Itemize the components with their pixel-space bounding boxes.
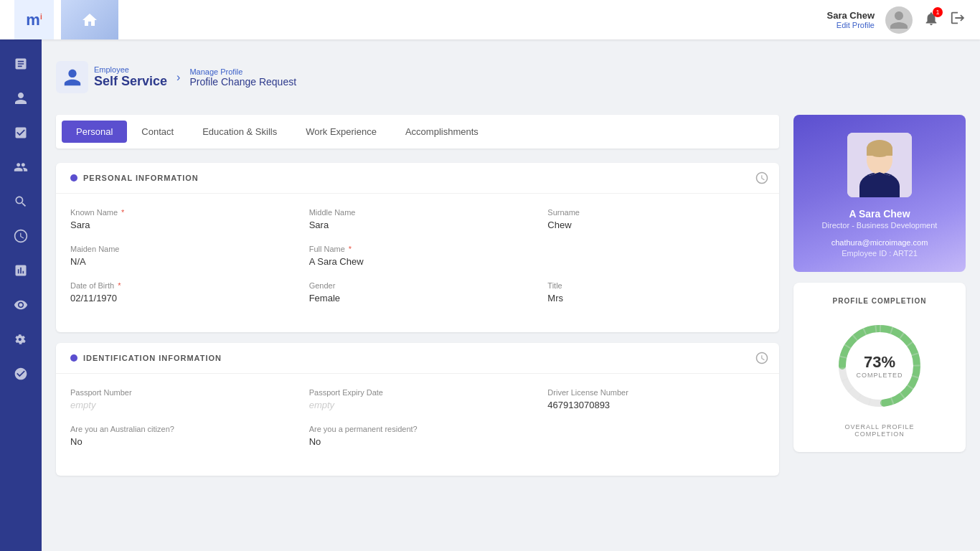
content-layout: Personal Contact Education & Skills Work… (56, 115, 966, 486)
completion-card: PROFILE COMPLETION 73% COMPLETED (793, 283, 966, 452)
known-name-label: Known Name * (70, 208, 288, 217)
profile-empid: Employee ID : ART21 (793, 249, 966, 258)
history-clock-identification[interactable] (755, 352, 768, 367)
breadcrumb-arrow: › (176, 71, 180, 84)
identification-row-1: Passport Number empty Passport Expiry Da… (70, 388, 765, 410)
completion-title: PROFILE COMPLETION (808, 297, 951, 305)
avatar[interactable] (885, 6, 913, 34)
middle-name-label: Middle Name (309, 208, 527, 217)
sidebar-item-clock[interactable] (0, 219, 42, 253)
header-right: Sara Chew Edit Profile 1 (827, 6, 966, 34)
profile-photo-area (793, 115, 966, 208)
section-dot-2 (70, 354, 77, 362)
completion-footer: OVERALL PROFILE COMPLETION (808, 423, 951, 438)
notification-badge: 1 (933, 7, 943, 17)
full-name-label: Full Name * (309, 245, 527, 253)
sidebar-item-reports[interactable] (0, 253, 42, 288)
donut-percent: 73% (856, 353, 903, 372)
profile-photo (847, 133, 912, 197)
full-name-field: Full Name * A Sara Chew (309, 245, 527, 267)
gender-label: Gender (309, 281, 527, 290)
identification-section-title: IDENTIFICATION INFORMATION (83, 354, 222, 362)
surname-value: Chew (547, 220, 765, 230)
breadcrumb-manage: Manage Profile Profile Change Request (189, 67, 296, 88)
tabs-bar: Personal Contact Education & Skills Work… (56, 115, 779, 149)
australian-citizen-label: Are you an Australian citizen? (70, 425, 288, 433)
title-label: Title (547, 281, 765, 290)
sidebar-item-users[interactable] (0, 357, 42, 391)
driver-license-label: Driver License Number (547, 388, 765, 397)
history-clock-personal[interactable] (755, 171, 768, 187)
sidebar-item-settings[interactable] (0, 322, 42, 357)
passport-expiry-value: empty (309, 400, 527, 410)
personal-section-body: Known Name * Sara Middle Name Sara Surna… (56, 194, 779, 332)
tab-education[interactable]: Education & Skills (188, 121, 291, 143)
sidebar (0, 39, 42, 551)
user-info: Sara Chew Edit Profile (827, 10, 875, 29)
notification-bell[interactable]: 1 (923, 11, 939, 29)
driver-license-value: 467913070893 (547, 400, 765, 410)
personal-row-3: Date of Birth * 02/11/1970 Gender Female… (70, 281, 765, 303)
sidebar-item-team[interactable] (0, 150, 42, 184)
profile-title: Director - Business Development (793, 221, 966, 230)
breadcrumb-change-request: Profile Change Request (189, 76, 296, 88)
personal-row-1: Known Name * Sara Middle Name Sara Surna… (70, 208, 765, 230)
logo: mi (14, 0, 54, 39)
maiden-name-label: Maiden Name (70, 245, 288, 253)
dob-field: Date of Birth * 02/11/1970 (70, 281, 288, 303)
driver-license-field: Driver License Number 467913070893 (547, 388, 765, 410)
maiden-name-value: N/A (70, 256, 288, 267)
personal-row-2: Maiden Name N/A Full Name * A Sara Chew (70, 245, 765, 267)
middle-name-value: Sara (309, 220, 527, 230)
dob-value: 02/11/1970 (70, 293, 288, 303)
profile-name: A Sara Chew (793, 208, 966, 220)
placeholder-field-1 (547, 245, 765, 267)
known-name-field: Known Name * Sara (70, 208, 288, 230)
logout-icon[interactable] (950, 10, 966, 29)
breadcrumb-icon (56, 61, 88, 93)
identification-row-2: Are you an Australian citizen? No Are yo… (70, 425, 765, 447)
donut-center: 73% COMPLETED (856, 353, 903, 379)
completion-donut: 73% COMPLETED (833, 319, 926, 413)
breadcrumb-employee: Employee (94, 65, 167, 74)
user-name: Sara Chew (827, 10, 875, 21)
passport-number-value: empty (70, 400, 288, 410)
sidebar-item-tasks[interactable] (0, 116, 42, 150)
title-field: Title Mrs (547, 281, 765, 303)
permanent-resident-value: No (309, 436, 527, 447)
main-content: Employee Self Service › Manage Profile P… (42, 39, 980, 551)
placeholder-field-2 (547, 425, 765, 447)
sidebar-item-employee[interactable] (0, 81, 42, 116)
home-area[interactable] (61, 0, 118, 39)
right-panel: A Sara Chew Director - Business Developm… (793, 115, 966, 486)
middle-name-field: Middle Name Sara (309, 208, 527, 230)
passport-number-field: Passport Number empty (70, 388, 288, 410)
tab-accomplishments[interactable]: Accomplishments (391, 121, 493, 143)
identification-information-section: IDENTIFICATION INFORMATION Passport Numb… (56, 343, 779, 476)
surname-field: Surname Chew (547, 208, 765, 230)
maiden-name-field: Maiden Name N/A (70, 245, 288, 267)
tab-contact[interactable]: Contact (127, 121, 188, 143)
surname-label: Surname (547, 208, 765, 217)
profile-card: A Sara Chew Director - Business Developm… (793, 115, 966, 272)
sidebar-item-forms[interactable] (0, 47, 42, 81)
header-left: mi (14, 0, 118, 39)
sidebar-item-search[interactable] (0, 184, 42, 219)
top-header: mi Sara Chew Edit Profile 1 (0, 0, 980, 39)
breadcrumb-manage-profile: Manage Profile (189, 67, 296, 76)
gender-value: Female (309, 293, 527, 303)
sidebar-item-view[interactable] (0, 288, 42, 322)
breadcrumb-self-service: Self Service (94, 74, 167, 89)
edit-profile-link[interactable]: Edit Profile (827, 21, 875, 29)
profile-email: chathura@microimage.com (793, 238, 966, 247)
form-area: Personal Contact Education & Skills Work… (56, 115, 779, 486)
breadcrumb-text: Employee Self Service (94, 65, 167, 89)
tab-work-experience[interactable]: Work Experience (291, 121, 391, 143)
home-icon (81, 11, 98, 29)
dob-label: Date of Birth * (70, 281, 288, 290)
passport-number-label: Passport Number (70, 388, 288, 397)
identification-section-header: IDENTIFICATION INFORMATION (56, 343, 779, 374)
permanent-resident-field: Are you a permanent resident? No (309, 425, 527, 447)
tab-personal[interactable]: Personal (62, 121, 127, 143)
gender-field: Gender Female (309, 281, 527, 303)
